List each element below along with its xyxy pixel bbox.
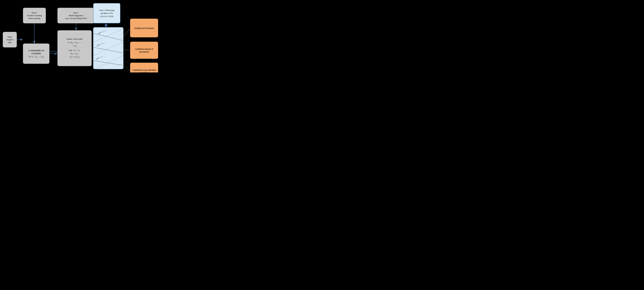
manageable-line2: of variables: [28, 52, 44, 55]
step0-body1: Variable screening: [27, 14, 42, 17]
ci-line1: Confidence interval: [135, 48, 151, 50]
step2-body1: goodness of fit: [100, 12, 114, 15]
gof-line1: Goodness-of-fit: [134, 27, 147, 29]
diagram: Input Original data Step 0: Variable scr…: [0, 0, 161, 72]
contribution-line1: Contribution of an: [132, 69, 147, 71]
full-model-line3: + Xq: [66, 44, 82, 48]
gof-box: Goodness-of-fit measure: [130, 19, 158, 37]
step2-body2: (Liu et al. 2023): [100, 15, 114, 18]
svg-line-28: [124, 65, 130, 71]
input-label-line2: Original data: [5, 38, 15, 44]
step1-title: Step 1:: [65, 11, 87, 14]
manageable-line1: A "manageable" set: [28, 49, 44, 52]
manageable-line3: [Y, V1, V2, ···, Vp]: [28, 55, 44, 58]
full-model-line5: X2 = V22,: [66, 52, 82, 56]
full-model-line4: (e.g., X1 = V1,: [66, 49, 82, 52]
svg-line-13: [94, 28, 123, 42]
gof-line2: measure: [147, 27, 154, 29]
divider-lines: [94, 28, 123, 69]
full-model-line1: Initiate a full model: [66, 38, 82, 40]
input-box: Input Original data: [3, 32, 17, 47]
step1-body1: Model diagnostics: [65, 14, 87, 17]
manageable-box: A "manageable" set of variables [Y, V1, …: [23, 44, 50, 64]
step1-box: Step 1: Model diagnostics (e.g., Liu and…: [58, 8, 95, 23]
svg-line-14: [94, 42, 123, 56]
step0-title: Step 0:: [27, 11, 42, 14]
ci-box: Confidence interval of surrogate R²: [130, 42, 158, 59]
step2-title: Step 2: Measuring: [100, 9, 114, 12]
functions-box: surr_rsq() surr_rsq_ci() surr_rsq_rank(): [93, 27, 124, 69]
svg-line-15: [94, 55, 123, 69]
step1-body2: (e.g., Liu and Zhang 2018): [65, 17, 87, 20]
full-model-math: Y∼X1 + X2 + ···: [66, 41, 82, 45]
step2-box: Step 2: Measuring goodness of fit (Liu e…: [93, 3, 120, 23]
input-label-line1: Input: [5, 36, 15, 38]
svg-line-26: [124, 29, 130, 36]
full-model-box: Initiate a full model Y∼X1 + X2 + ··· + …: [58, 30, 92, 66]
svg-line-10: [124, 30, 130, 37]
svg-line-27: [124, 50, 130, 51]
step0-box: Step 0: Variable screening and/or prunin…: [23, 8, 46, 23]
contribution-box: Contribution of an individual variable: [130, 63, 158, 72]
step0-body2: and/or pruning: [27, 17, 42, 20]
full-model-line6: X3 = V2V3): [66, 56, 82, 59]
